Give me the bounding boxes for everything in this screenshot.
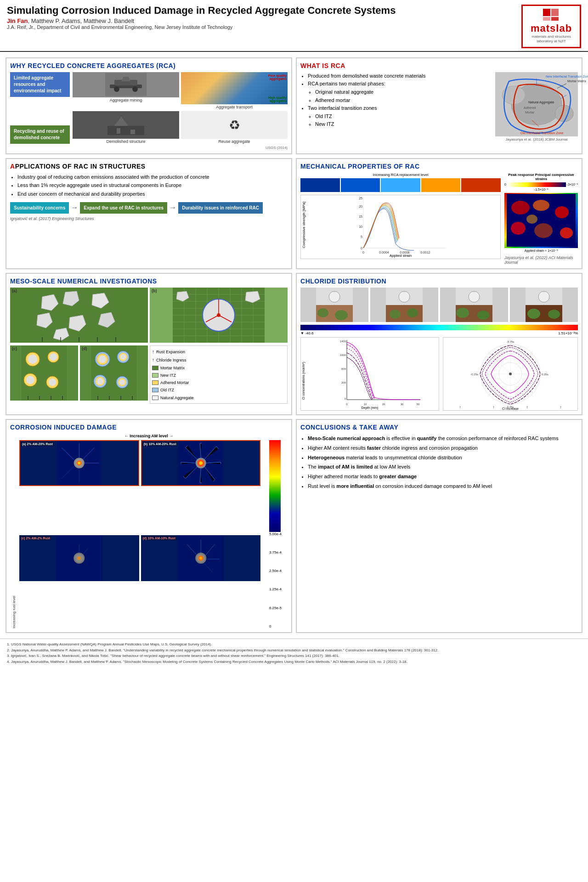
svg-point-174 [77,556,81,560]
header-left: Simulating Corrosion Induced Damage in R… [7,5,396,30]
cv-2: 3.75e-4 [269,550,282,554]
reuse-aggregate-img: ♻ [181,111,288,139]
bullet-2a: Original natural aggregate [315,88,492,96]
svg-point-7 [114,86,119,92]
depth-chart-xlabel: Depth (mm) [362,406,379,409]
meso-panel: MESO-SCALE NUMERICAL INVESTIGATIONS (a) [6,273,292,415]
meso-img-d: (d) [80,345,148,401]
legend-rust: ↑ Rust Expansion [152,348,285,356]
why-main2: ECYCLED [33,62,67,69]
what-title-main: HAT IS [307,62,331,69]
increasing-rust-label: Increasing rust level [10,440,17,628]
svg-point-102 [99,356,106,363]
conc-a: A [379,424,384,431]
demolished-structure-caption: Demolished structure [73,139,179,144]
cl-rest: HLORIDE [305,277,338,285]
corrosion-images: ← Increasing AM level → Increasing rust … [10,434,288,628]
legend-old-itz-label: Old ITZ [160,386,174,394]
cl-rest2: ISTRIBUTION [343,277,386,285]
mechanical-panel: MECHANICAL PROPERTIES OF RAC Increasing … [296,158,582,269]
svg-point-108 [97,378,103,384]
svg-point-117 [329,291,340,302]
polar-svg: -0.75s 0.25s 0.75s -0.25s [476,339,545,408]
svg-point-105 [120,354,126,360]
cl-d: D [338,277,343,285]
header: Simulating Corrosion Induced Damage in R… [0,0,588,52]
apps-bullets: Industry goal of reducing carbon emissio… [10,173,288,198]
new-itz-color-swatch [152,373,158,378]
applications-panel: APPLICATIONS OF RAC IN STRUCTURES Indust… [6,158,292,269]
svg-rect-3 [551,17,559,21]
ref-4: 4. Jayasuriya, Anuruddha, Matthew J. Ban… [7,659,581,665]
legend-chloride-label: Chloride Ingress [156,356,187,364]
svg-rect-86 [21,345,67,401]
cv-5: 6.25e-5 [269,606,282,610]
poor-quality-label: Poor qualityaggregates [268,74,287,80]
conc-bullet-6: Rust level is more influential on corros… [308,481,578,491]
strain-map-img [504,193,578,248]
svg-text:0: 0 [362,251,364,254]
bullet-3: Two interfacial transition zones Old ITZ… [308,104,492,129]
corrosion-content: ← Increasing AM level → Increasing rust … [10,434,288,628]
why-prefix2: HY [17,62,28,69]
colorbar-min-label: ▼ -40.6 [300,331,313,335]
why-rca-title: WHY RECYCLED CONCRETE AGGREGATES (RCA) [10,62,288,69]
corrosion-panel: CORROSION INDUCED DAMAGE ← Increasing AM… [6,419,292,633]
why-main5: A [107,62,112,69]
why-right-images: Aggregate mining Poor qualityaggregates … [73,72,288,150]
ci-depth-svg: 1400 1000 600 200 0 0 10 20 30 50 [315,340,452,400]
svg-point-92 [26,376,34,384]
colorbar-min: 0 [504,183,506,186]
svg-rect-0 [543,9,550,16]
cl-c: C [300,277,305,285]
meso-bottom-images: (c) [10,345,148,404]
svg-point-130 [477,311,489,320]
app-title-a: A [10,163,15,170]
meso-rest: CALE [37,277,57,285]
what-content: Produced from demolished waste concrete … [300,72,578,141]
legend-new-itz-label: New ITZ [160,372,176,379]
svg-text:0: 0 [345,397,346,400]
ci-arrow-4: ↑ [560,405,562,409]
chloride-charts: 1400 1000 600 200 0 0 10 20 30 50 Depth … [300,337,578,411]
chart-ylabel: Compressive strength [MPa] [302,200,306,250]
bullet-3b: New ITZ [315,120,492,129]
corr-img-b: (b) 10% AM-20% Rust [141,440,261,486]
authors: Jin Fan, Matthew P. Adams, Matthew J. Ba… [7,17,396,24]
mech-cite: Jayasuriya et al. (2022) ACI Materials J… [504,255,578,265]
chloride-top-images [300,288,578,322]
color-block-2 [341,178,380,192]
svg-text:200: 200 [341,381,346,384]
aggregate-transport-caption: Aggregate transport [181,105,288,109]
svg-text:25: 25 [359,197,362,200]
rust-arrow-icon: ↑ [152,348,154,356]
svg-text:0: 0 [361,247,362,250]
stress-strain-svg: 0 5 10 15 20 25 0 0.0004 0.0008 0.0012 [311,198,498,250]
reuse-aggregate-caption: Reuse aggregate [181,139,288,144]
svg-text:0.25s: 0.25s [542,373,548,376]
corr-img-d: (d) 10% AM-10% Rust [141,535,261,581]
what-rca-title: WHAT IS RCA [300,62,578,69]
page-title: Simulating Corrosion Induced Damage in R… [7,5,396,17]
legend-adhered: Adhered Mortar [152,379,285,386]
corr-rest: ORROSION [15,424,54,431]
svg-point-134 [527,309,540,319]
flow-diagram: Sustainability concerns → Expand the use… [10,202,288,214]
applications-title: APPLICATIONS OF RAC IN STRUCTURES [10,163,288,170]
svg-text:Natural Aggregate: Natural Aggregate [528,101,554,104]
why-main3: C [67,62,72,69]
references-section: 1. USGS National Water-quality Assessmen… [0,639,588,668]
apps-content: Industry goal of reducing carbon emissio… [10,173,288,221]
high-quality-label: High qualityaggregates [268,96,287,102]
svg-text:Mortar Matrix: Mortar Matrix [567,79,587,83]
corr-d: D [87,424,92,431]
legend-box: ↑ Rust Expansion ↑ Chloride Ingress Mort… [150,345,288,404]
colorbar-bar [507,182,566,187]
what-title-prefix: W [300,62,307,69]
what-rca-panel: WHAT IS RCA Produced from demolished was… [296,57,582,154]
conc-rest3: WAY [384,424,398,431]
color-block-1 [300,178,340,192]
increasing-am-label: ← Increasing AM level → [10,434,288,438]
rca-diagram-cite: Jayasuriya et al. (2018) JCBM Journal [495,137,578,141]
cl-img-2 [370,288,438,322]
